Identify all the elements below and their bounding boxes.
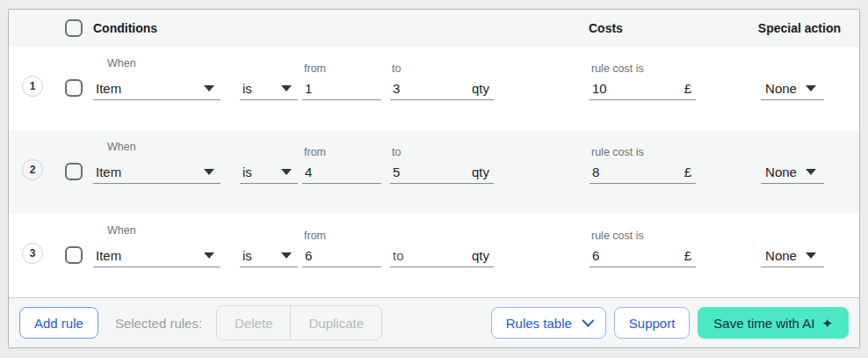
cost-input[interactable]: 10 £ xyxy=(590,77,696,100)
qty-suffix: qty xyxy=(472,164,491,179)
cost-value: 10 xyxy=(592,81,607,96)
operator-value: is xyxy=(242,164,252,179)
condition-type-value: Item xyxy=(96,81,121,96)
add-rule-button[interactable]: Add rule xyxy=(19,307,98,339)
operator-field: is xyxy=(240,62,298,100)
special-action-select[interactable]: None xyxy=(761,244,824,267)
from-input[interactable]: 4 xyxy=(302,160,381,184)
condition-type-value: Item xyxy=(96,164,121,179)
rule-row-2: 2 When Item is from 4 to 5 q xyxy=(9,130,859,214)
cost-field: rule cost is 6 £ xyxy=(590,230,696,267)
operator-field: is xyxy=(240,146,298,184)
when-label: When xyxy=(93,57,221,71)
support-button[interactable]: Support xyxy=(614,307,691,339)
from-field: from 1 xyxy=(302,62,381,100)
condition-type-field: When Item xyxy=(93,230,221,267)
select-all-checkbox[interactable] xyxy=(65,19,83,37)
chevron-down-icon xyxy=(204,252,214,259)
to-value: 5 xyxy=(393,164,400,179)
chevron-down-icon xyxy=(204,169,214,175)
from-input[interactable]: 6 xyxy=(302,244,381,267)
chevron-down-icon xyxy=(582,314,594,326)
currency-suffix: £ xyxy=(684,164,693,179)
cost-field: rule cost is 8 £ xyxy=(590,146,696,184)
selected-actions-group: Delete Duplicate xyxy=(216,305,382,340)
rules-panel: Conditions Costs Special action 1 When I… xyxy=(8,9,860,348)
rules-table-label: Rules table xyxy=(506,316,572,331)
chevron-down-icon xyxy=(281,85,292,91)
cost-input[interactable]: 8 £ xyxy=(590,160,696,184)
to-field: to qty xyxy=(390,230,494,267)
currency-suffix: £ xyxy=(684,81,693,96)
rule-cost-label: rule cost is xyxy=(590,146,696,160)
footer-right-group: Rules table Support Save time with AI ✦ xyxy=(491,307,849,339)
condition-type-field: When Item xyxy=(93,146,221,184)
cost-value: 8 xyxy=(592,164,599,179)
from-value: 1 xyxy=(305,81,312,96)
chevron-down-icon xyxy=(806,169,816,175)
rule-row-3: 3 When Item is from 6 to qt xyxy=(9,214,859,297)
delete-button[interactable]: Delete xyxy=(217,306,290,340)
save-time-with-ai-button[interactable]: Save time with AI ✦ xyxy=(698,307,849,339)
costs-header: Costs xyxy=(589,21,623,35)
rule-number-badge: 3 xyxy=(22,243,43,264)
operator-value: is xyxy=(242,81,252,96)
to-placeholder: to xyxy=(393,248,404,263)
special-action-header: Special action xyxy=(758,21,841,35)
condition-type-select[interactable]: Item xyxy=(93,160,221,184)
special-action-select[interactable]: None xyxy=(761,160,824,184)
special-action-field: None xyxy=(761,146,824,184)
rule-cost-label: rule cost is xyxy=(590,62,696,77)
to-input[interactable]: 3 qty xyxy=(390,77,494,100)
condition-type-field: When Item xyxy=(93,62,221,100)
from-field: from 6 xyxy=(302,230,381,267)
conditions-header: Conditions xyxy=(93,21,157,35)
from-value: 6 xyxy=(305,248,312,263)
cost-field: rule cost is 10 £ xyxy=(590,62,696,100)
condition-type-value: Item xyxy=(96,248,121,263)
to-value: 3 xyxy=(393,81,400,96)
rule-cost-label: rule cost is xyxy=(590,230,696,244)
to-field: to 5 qty xyxy=(390,146,494,184)
operator-select[interactable]: is xyxy=(240,244,298,267)
rule-1-checkbox[interactable] xyxy=(65,79,83,97)
table-header: Conditions Costs Special action xyxy=(9,10,859,47)
when-label: When xyxy=(93,141,221,155)
chevron-down-icon xyxy=(806,85,816,91)
rule-2-checkbox[interactable] xyxy=(65,163,83,180)
qty-suffix: qty xyxy=(472,248,491,263)
from-label: from xyxy=(302,62,381,77)
cost-input[interactable]: 6 £ xyxy=(590,244,696,267)
rules-table-button[interactable]: Rules table xyxy=(491,307,606,339)
save-ai-label: Save time with AI xyxy=(713,316,814,331)
chevron-down-icon xyxy=(281,169,292,175)
to-label: to xyxy=(390,146,494,160)
chevron-down-icon xyxy=(281,252,292,259)
from-input[interactable]: 1 xyxy=(302,77,381,100)
when-label: When xyxy=(93,224,221,238)
operator-value: is xyxy=(242,248,252,263)
rule-number-badge: 1 xyxy=(22,76,43,97)
currency-suffix: £ xyxy=(684,248,693,263)
to-field: to 3 qty xyxy=(390,62,494,100)
special-action-field: None xyxy=(761,230,824,267)
operator-select[interactable]: is xyxy=(240,77,298,100)
to-label: to xyxy=(390,62,494,77)
operator-select[interactable]: is xyxy=(240,160,298,184)
special-action-value: None xyxy=(765,164,797,179)
rule-3-checkbox[interactable] xyxy=(65,246,83,264)
duplicate-button[interactable]: Duplicate xyxy=(290,306,381,340)
table-footer: Add rule Selected rules: Delete Duplicat… xyxy=(9,297,859,347)
from-label: from xyxy=(302,230,381,244)
to-input[interactable]: 5 qty xyxy=(390,160,494,184)
to-input-empty[interactable]: to qty xyxy=(390,244,494,267)
from-field: from 4 xyxy=(302,146,381,184)
condition-type-select[interactable]: Item xyxy=(93,77,221,100)
qty-suffix: qty xyxy=(472,81,491,96)
condition-type-select[interactable]: Item xyxy=(93,244,221,267)
chevron-down-icon xyxy=(806,252,816,259)
rule-number-badge: 2 xyxy=(22,159,43,180)
sparkle-icon: ✦ xyxy=(821,317,833,330)
chevron-down-icon xyxy=(204,85,214,91)
special-action-select[interactable]: None xyxy=(761,77,824,100)
